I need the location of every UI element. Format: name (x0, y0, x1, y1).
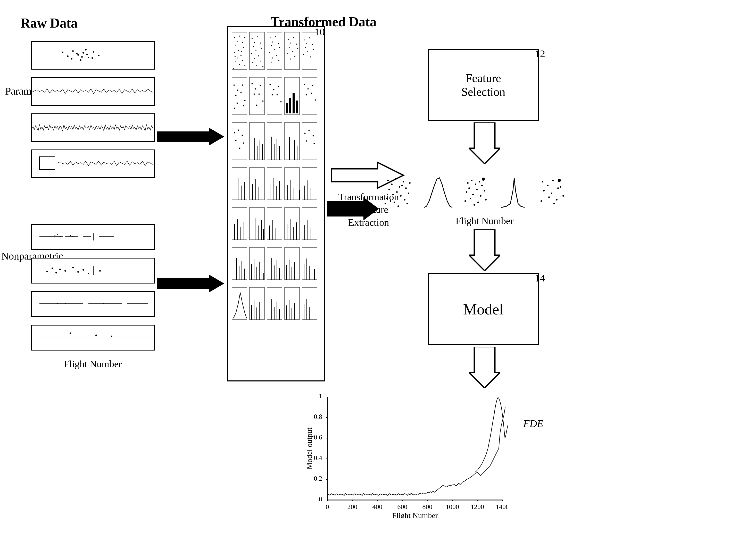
svg-point-344 (554, 203, 555, 204)
svg-point-317 (467, 182, 469, 184)
svg-point-330 (465, 200, 466, 202)
svg-point-110 (306, 43, 307, 44)
output-chart: 0 0.2 0.4 0.6 0.8 1 0 200 400 600 800 10… (307, 394, 508, 518)
svg-point-14 (85, 49, 87, 50)
svg-point-117 (310, 56, 311, 58)
svg-point-11 (86, 54, 88, 55)
feature-scatter-3 (461, 175, 492, 209)
svg-point-116 (313, 49, 314, 50)
nonparametric-signal-1 (31, 224, 155, 250)
svg-point-24 (70, 235, 71, 236)
transformed-row-1 (231, 31, 321, 72)
svg-point-62 (242, 60, 243, 61)
svg-point-306 (400, 195, 402, 197)
svg-point-328 (480, 195, 481, 197)
svg-point-323 (466, 191, 467, 193)
transformed-row-4 (231, 166, 321, 202)
svg-point-95 (271, 62, 272, 63)
svg-point-314 (408, 193, 409, 194)
svg-point-303 (396, 191, 398, 193)
svg-point-39 (65, 303, 66, 304)
svg-text:1400: 1400 (496, 503, 508, 511)
svg-point-140 (278, 86, 279, 87)
svg-rect-223 (267, 207, 282, 240)
svg-point-298 (391, 183, 392, 185)
svg-point-135 (256, 105, 257, 106)
svg-point-2 (72, 50, 74, 52)
svg-point-315 (385, 203, 386, 204)
svg-point-83 (262, 66, 263, 67)
svg-point-158 (242, 135, 243, 136)
svg-point-297 (387, 180, 389, 181)
svg-rect-144 (286, 103, 288, 113)
svg-rect-191 (250, 168, 264, 200)
svg-point-318 (471, 180, 472, 181)
raw-flight-number-label: Flight Number (31, 358, 155, 370)
svg-point-73 (253, 46, 254, 47)
svg-point-107 (290, 59, 291, 60)
svg-point-67 (241, 51, 242, 52)
svg-text:1000: 1000 (446, 503, 459, 511)
svg-point-312 (390, 200, 391, 202)
svg-point-137 (270, 84, 271, 85)
raw-data-title: Raw Data (21, 15, 78, 31)
svg-point-325 (484, 190, 485, 192)
svg-point-105 (297, 48, 298, 49)
svg-point-129 (252, 83, 253, 85)
svg-point-338 (543, 190, 545, 192)
svg-point-51 (234, 37, 235, 38)
svg-point-339 (551, 193, 553, 194)
svg-point-66 (244, 37, 245, 38)
feature-scatter-4 (500, 175, 526, 209)
svg-point-63 (239, 64, 240, 65)
svg-point-311 (397, 205, 399, 207)
svg-rect-146 (292, 93, 295, 113)
svg-point-340 (560, 186, 561, 188)
svg-point-152 (312, 85, 313, 86)
svg-point-156 (234, 132, 235, 134)
svg-point-336 (552, 180, 554, 181)
to-chart-arrow (469, 347, 500, 388)
svg-point-160 (243, 143, 244, 144)
svg-point-139 (272, 94, 273, 95)
box-number-14: 14 (535, 272, 545, 284)
svg-rect-84 (267, 32, 282, 69)
svg-point-133 (258, 93, 260, 95)
nonparametric-signal-3 (31, 291, 155, 317)
svg-rect-128 (250, 77, 264, 115)
svg-text:400: 400 (372, 503, 383, 511)
parametric-arrow (157, 126, 234, 147)
svg-rect-148 (302, 77, 317, 115)
transformed-row-5 (231, 206, 321, 242)
feature-flight-number-label: Flight Number (423, 215, 547, 227)
svg-point-301 (403, 181, 404, 182)
svg-rect-201 (284, 168, 300, 200)
svg-point-307 (386, 198, 388, 199)
svg-point-346 (558, 179, 561, 182)
svg-point-87 (275, 36, 276, 37)
svg-point-320 (479, 181, 480, 182)
svg-point-313 (401, 185, 403, 186)
svg-point-30 (65, 270, 66, 272)
svg-rect-186 (232, 168, 247, 200)
svg-point-28 (55, 272, 57, 274)
svg-point-21 (54, 235, 55, 236)
svg-point-4 (83, 52, 84, 54)
svg-point-134 (262, 100, 264, 102)
svg-point-104 (287, 53, 288, 54)
svg-rect-15 (40, 157, 55, 170)
svg-text:1: 1 (319, 394, 322, 400)
fde-label: FDE (523, 417, 543, 430)
svg-rect-217 (250, 207, 264, 240)
svg-point-10 (81, 56, 83, 58)
svg-point-114 (307, 51, 308, 52)
svg-rect-145 (289, 98, 291, 113)
svg-rect-196 (267, 168, 282, 200)
svg-point-82 (256, 65, 257, 66)
svg-point-131 (254, 93, 255, 95)
svg-point-333 (482, 177, 485, 181)
svg-point-324 (476, 189, 478, 190)
transformed-row-3 (231, 121, 321, 162)
svg-text:1200: 1200 (471, 503, 484, 511)
svg-text:0.4: 0.4 (314, 454, 322, 462)
